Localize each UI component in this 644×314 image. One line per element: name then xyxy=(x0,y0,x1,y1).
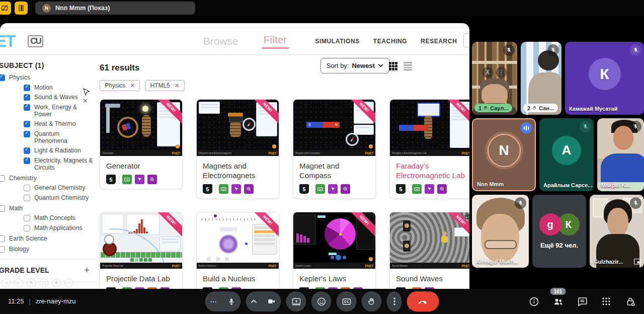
filter-quantum-chemistry[interactable]: Quantum Chemistry xyxy=(24,194,97,201)
phet-menu-button xyxy=(369,144,373,148)
chat-button[interactable] xyxy=(575,294,590,309)
reactions-button[interactable] xyxy=(311,291,332,311)
more-participants-tile[interactable]: g К Ещё 92 чел. xyxy=(532,195,586,268)
pen-icon[interactable]: ✎ xyxy=(27,278,36,287)
camera-control[interactable] xyxy=(246,291,281,311)
more-options-button[interactable] xyxy=(387,291,402,311)
filter-earth-science[interactable]: Earth Science xyxy=(0,235,97,242)
chip-html5[interactable]: HTML5✕ xyxy=(145,80,184,91)
camera-icon[interactable] xyxy=(262,297,281,305)
filter-chemistry[interactable]: Chemistry xyxy=(0,175,97,182)
sim-card-generator[interactable]: NEW! GeneratorPhET Generator 5 xyxy=(100,99,183,189)
participant-tile-arailym[interactable]: A Арайлым Сарсе... xyxy=(539,118,594,191)
sim-title[interactable]: Kepler's Laws xyxy=(299,274,369,283)
filter-light-radiation[interactable]: Light & Radiation xyxy=(24,147,97,154)
sim-card-faraday[interactable]: NEW! Faraday's Electromagnetic LabPhET F… xyxy=(389,99,469,199)
filter-general-chemistry[interactable]: General Chemistry xyxy=(24,184,97,191)
subject-section-title: SUBJECT (1) xyxy=(0,61,97,69)
participant-tile-gulzhazir[interactable]: Gulzhazir... xyxy=(590,195,644,268)
participant-tile-almagul[interactable]: Almagul Mukh... xyxy=(472,195,529,268)
compass xyxy=(243,118,256,131)
host-controls-button[interactable] xyxy=(623,294,638,309)
cu-logo[interactable]: CU xyxy=(28,35,43,47)
sim-card-projectile-data-lab[interactable]: NEW! Projectile Data LabPhET Projectile … xyxy=(100,212,183,289)
mic-icon[interactable] xyxy=(222,297,241,306)
participant-tile-makpal[interactable]: Makpal K... xyxy=(597,118,644,191)
annotation-toolbar[interactable]: ◁ ▷ ✎ ▢ ⊕ ⋯ xyxy=(2,278,73,287)
filter-electricity[interactable]: Electricity, Magnets & Circuits xyxy=(24,157,97,171)
board-icon[interactable]: ▢ xyxy=(39,278,48,287)
sim-card-keplers-laws[interactable]: NEW! Kepler's LawsPhET Kepler's Laws 5 xyxy=(293,212,376,289)
sim-card-magnets-electromagnets[interactable]: NEW! Magnets and ElectromagnetsPhET Magn… xyxy=(196,99,279,199)
presenting-pill[interactable]: N Nnn Mmm (Показ) xyxy=(35,2,195,15)
filter-heat-thermo[interactable]: Heat & Thermo xyxy=(24,120,97,127)
remove-chip-icon[interactable]: ✕ xyxy=(175,82,180,89)
sim-title[interactable]: Build a Nucleus xyxy=(203,274,273,283)
more-icon[interactable]: ⋯ xyxy=(64,278,73,287)
mic-options-icon[interactable]: ⋯ xyxy=(205,298,222,305)
html5-badge: 5 xyxy=(106,175,116,184)
participant-tile-san[interactable]: 2 Сан... xyxy=(521,42,561,115)
end-call-button[interactable] xyxy=(407,291,439,311)
sim-card-sound-waves[interactable]: NEW! Sound WavesPhET Sound Waves 5 xyxy=(389,212,469,289)
participant-tile-saule[interactable]: ⊼⋮ 1 Саул... xyxy=(472,42,517,115)
participant-count-badge: 101 xyxy=(550,288,566,295)
checkbox-icon xyxy=(0,236,5,242)
grade-level-section[interactable]: GRADE LEVEL + xyxy=(0,259,97,276)
filter-quantum[interactable]: Quantum Phenomena xyxy=(24,130,97,144)
close-filter-icon[interactable]: ✕ xyxy=(83,97,88,105)
tab-filter[interactable]: Filter xyxy=(262,34,289,49)
list-view-button[interactable] xyxy=(404,62,412,70)
activities-button[interactable] xyxy=(599,294,614,309)
filter-math-applications[interactable]: Math Applications xyxy=(24,224,97,231)
sim-title[interactable]: Projectile Data Lab xyxy=(106,274,176,283)
nav-simulations[interactable]: SIMULATIONS xyxy=(315,38,359,45)
sim-card-build-a-nucleus[interactable]: NEW! Build a NucleusPhET Build a Nucleus… xyxy=(196,212,279,289)
filter-biology[interactable]: Biology xyxy=(0,246,97,253)
remove-chip-icon[interactable]: ✕ xyxy=(130,82,135,89)
filter-physics[interactable]: Physics xyxy=(0,74,97,81)
camera-options-icon[interactable] xyxy=(246,299,262,303)
tab-browse[interactable]: Browse xyxy=(203,35,238,47)
sim-title[interactable]: Sound Waves xyxy=(396,274,466,283)
back-icon[interactable]: ◁ xyxy=(2,278,11,287)
sim-title[interactable]: Magnets and Electromagnets xyxy=(203,161,273,180)
filter-work-energy[interactable]: Work, Energy & Power xyxy=(24,104,97,118)
leave-room-button[interactable] xyxy=(15,2,28,15)
checkbox-icon xyxy=(24,158,30,164)
filter-math-concepts[interactable]: Math Concepts xyxy=(24,214,97,221)
mic-control[interactable]: ⋯ xyxy=(205,291,241,311)
picture-in-picture-icon[interactable] xyxy=(634,259,641,265)
sim-thumbnail: NEW! xyxy=(293,212,375,263)
meeting-details-button[interactable] xyxy=(526,294,541,309)
sim-title[interactable]: Magnet and Compass xyxy=(299,161,369,180)
pin-icon[interactable]: ⊼ xyxy=(482,67,494,78)
grid-view-button[interactable] xyxy=(389,62,397,70)
nav-teaching[interactable]: TEACHING xyxy=(373,38,407,45)
participant-tile-kamazhai[interactable]: К Камажай Мусатай xyxy=(565,42,644,115)
sim-title[interactable]: Generator xyxy=(106,161,176,171)
expand-plus-icon[interactable]: + xyxy=(84,265,90,276)
donate-button-partial[interactable] xyxy=(463,33,469,47)
interactive-badge xyxy=(135,175,144,184)
forward-icon[interactable]: ▷ xyxy=(14,278,23,287)
keyboard-badge xyxy=(412,184,422,194)
phet-logo[interactable]: ET xyxy=(0,32,15,51)
captions-button[interactable] xyxy=(337,291,357,311)
magnifier-icon[interactable]: ⊕ xyxy=(52,278,61,287)
raise-hand-button[interactable] xyxy=(362,291,382,311)
present-screen-button[interactable] xyxy=(286,291,306,311)
sim-title[interactable]: Faraday's Electromagnetic Lab xyxy=(396,161,466,180)
sort-dropdown[interactable]: Sort by: Newest xyxy=(320,58,389,73)
presentation-off-button[interactable] xyxy=(0,2,11,15)
sim-card-magnet-compass[interactable]: SN NEW! Magnet and CompassPhET Magnet an… xyxy=(293,99,376,199)
hand-icon xyxy=(532,105,537,111)
tile-menu-icon[interactable]: ⋮ xyxy=(496,67,507,78)
participant-name: Nnn Mmm xyxy=(477,181,504,187)
participants-button[interactable]: 101 xyxy=(550,294,566,309)
filter-label: Quantum Chemistry xyxy=(34,194,89,201)
filter-math[interactable]: Math xyxy=(0,205,97,212)
participant-tile-nnn-mmm[interactable]: N Nnn Mmm xyxy=(472,118,536,191)
chip-physics[interactable]: Physics✕ xyxy=(100,80,140,91)
nav-research[interactable]: RESEARCH xyxy=(421,38,457,45)
